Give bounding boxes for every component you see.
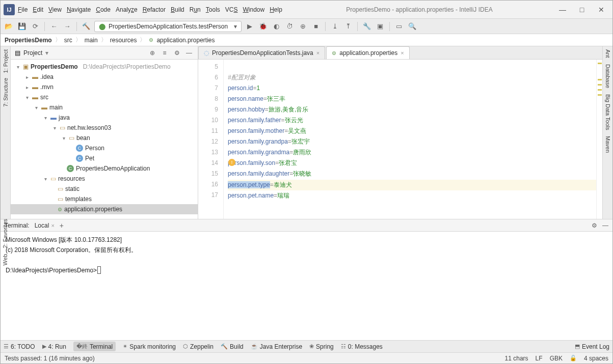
expand-toggle[interactable]: ▸ — [24, 85, 30, 90]
profile-icon[interactable]: ⏱ — [284, 21, 295, 32]
stop-icon[interactable]: ■ — [311, 21, 321, 32]
attach-icon[interactable]: ⊕ — [298, 21, 308, 32]
toolwin-web-button[interactable]: Web — [2, 254, 8, 265]
toolwin-spark-button[interactable]: ✴Spark monitoring — [123, 343, 176, 350]
code-content[interactable]: #配置对象person.id=1person.name=张三丰person.ho… — [224, 60, 596, 219]
breadcrumb-src[interactable]: src — [64, 37, 72, 44]
menu-view[interactable]: View — [48, 6, 62, 13]
menu-file[interactable]: File — [18, 6, 28, 13]
expand-toggle[interactable]: ▾ — [51, 125, 58, 131]
run-icon[interactable]: ▶ — [245, 21, 255, 32]
hide-icon[interactable]: — — [602, 222, 608, 229]
readonly-toggle-icon[interactable]: 🔓 — [570, 355, 577, 361]
settings-icon[interactable]: 🔧 — [362, 21, 372, 32]
new-terminal-tab-button[interactable]: + — [60, 221, 64, 230]
toolwin-run-button[interactable]: ▶4: Run — [42, 343, 66, 350]
project-structure-icon[interactable]: ▣ — [375, 21, 385, 32]
toolwin-todo-button[interactable]: ☰6: TODO — [4, 343, 35, 350]
forward-icon[interactable]: → — [62, 21, 72, 32]
breadcrumb-root[interactable]: PropertiesDemo — [5, 37, 52, 44]
tree-row-bean[interactable]: ▾ ▭ bean — [11, 133, 198, 143]
toolwin-ant-button[interactable]: Ant — [605, 49, 611, 58]
tree-row-java[interactable]: ▾ ▬ java — [11, 113, 198, 123]
tree-row-idea[interactable]: ▸ ▬ .idea — [11, 72, 198, 82]
tree-row-mvn[interactable]: ▸ ▬ .mvn — [11, 82, 198, 92]
tree-row-app-properties[interactable]: ⚙ application.properties — [11, 204, 198, 214]
open-icon[interactable]: 📂 — [4, 21, 14, 32]
debug-icon[interactable]: 🐞 — [258, 21, 268, 32]
menu-refactor[interactable]: Refactor — [143, 6, 166, 13]
back-icon[interactable]: ← — [49, 21, 59, 32]
tree-row-resources[interactable]: ▾ ▭ resources — [11, 174, 198, 184]
minimize-button[interactable]: — — [556, 6, 569, 14]
tree-row-templates[interactable]: ▭ templates — [11, 194, 198, 204]
menu-edit[interactable]: Edit — [33, 6, 43, 13]
expand-toggle[interactable]: ▾ — [33, 105, 39, 110]
maximize-button[interactable]: □ — [576, 6, 588, 14]
close-tab-icon[interactable]: × — [316, 50, 319, 56]
close-window-button[interactable]: ✕ — [595, 6, 607, 14]
toolwin-javaee-button[interactable]: ☕Java Enterprise — [251, 343, 302, 350]
hide-icon[interactable]: — — [184, 49, 194, 57]
vcs-commit-icon[interactable]: ⤒ — [343, 21, 353, 32]
expand-toggle[interactable]: ▾ — [42, 115, 48, 121]
menu-code[interactable]: Code — [96, 6, 111, 13]
tree-row-src[interactable]: ▾ ▬ src — [11, 92, 198, 102]
terminal-output[interactable]: Microsoft Windows [版本 10.0.17763.1282](c… — [1, 232, 612, 340]
toolwin-bigdata-button[interactable]: Big Data Tools — [605, 94, 611, 130]
tree-row-static[interactable]: ▭ static — [11, 184, 198, 194]
toolwin-messages-button[interactable]: ☷0: Messages — [341, 343, 383, 350]
toolwin-maven-button[interactable]: Maven — [605, 136, 611, 153]
expand-toggle[interactable]: ▾ — [24, 95, 30, 100]
menu-analyze[interactable]: Analyze — [116, 6, 138, 13]
status-indent[interactable]: 4 spaces — [584, 355, 608, 362]
expand-toggle[interactable]: ▾ — [42, 176, 48, 182]
intention-bulb-icon[interactable]: ! — [228, 159, 235, 166]
locate-icon[interactable]: ⊕ — [148, 49, 157, 57]
save-icon[interactable]: 💾 — [17, 21, 27, 32]
coverage-icon[interactable]: ◐ — [271, 21, 281, 32]
tree-row-main[interactable]: ▾ ▬ main — [11, 102, 198, 113]
tree-row-person[interactable]: C Person — [11, 143, 198, 153]
menu-navigate[interactable]: Navigate — [67, 6, 91, 13]
toolwin-zeppelin-button[interactable]: ⬡Zeppelin — [183, 343, 214, 350]
breadcrumb-resources[interactable]: resources — [110, 37, 137, 44]
tree-row-app-class[interactable]: C PropertiesDemoApplication — [11, 163, 198, 174]
editor-tab-properties[interactable]: ⚙ application.properties × — [326, 46, 410, 59]
toolwin-favorites-button[interactable]: 2: Favorites — [2, 219, 8, 248]
breadcrumb-main[interactable]: main — [85, 37, 98, 44]
search-everywhere-icon[interactable]: 🔍 — [407, 21, 417, 32]
expand-all-icon[interactable]: ≡ — [160, 49, 169, 57]
project-tree[interactable]: ▾ ▣ PropertiesDemo D:\IdeaProjects\Prope… — [11, 60, 198, 219]
vcs-update-icon[interactable]: ⤓ — [330, 21, 340, 32]
toolwin-build-button[interactable]: 🔨Build — [221, 343, 244, 350]
terminal-tab-local[interactable]: Local × — [35, 222, 55, 229]
toolwin-database-button[interactable]: Database — [605, 64, 611, 88]
menu-tools[interactable]: Tools — [206, 6, 220, 13]
expand-toggle[interactable]: ▾ — [15, 64, 21, 70]
gear-icon[interactable]: ⚙ — [172, 49, 181, 57]
menu-help[interactable]: Help — [270, 6, 282, 13]
error-stripe[interactable] — [596, 60, 602, 219]
breadcrumb-file[interactable]: application.properties — [156, 37, 215, 44]
status-encoding[interactable]: GBK — [550, 355, 563, 362]
toolwin-project-button[interactable]: 1: Project — [3, 49, 9, 73]
tree-row-project-root[interactable]: ▾ ▣ PropertiesDemo D:\IdeaProjects\Prope… — [11, 62, 198, 72]
expand-toggle[interactable]: ▸ — [24, 74, 30, 80]
menu-vcs[interactable]: VCS — [225, 6, 238, 13]
event-log-button[interactable]: ⬒Event Log — [575, 343, 609, 350]
dropdown-icon[interactable]: ▾ — [45, 49, 48, 57]
sdk-icon[interactable]: ▭ — [394, 21, 404, 32]
run-config-selector[interactable]: ⬤ PropertiesDemoApplicationTests.testPer… — [94, 21, 242, 32]
code-editor[interactable]: 567891011121314151617 #配置对象person.id=1pe… — [198, 60, 602, 219]
toolwin-structure-button[interactable]: 7: Structure — [3, 78, 9, 107]
gear-icon[interactable]: ⚙ — [592, 222, 597, 229]
toolwin-spring-button[interactable]: ❀Spring — [309, 343, 334, 350]
build-icon[interactable]: 🔨 — [81, 21, 91, 32]
project-view-title[interactable]: Project — [23, 49, 42, 57]
menu-window[interactable]: Window — [243, 6, 264, 13]
editor-tab-tests[interactable]: ◌ PropertiesDemoApplicationTests.java × — [198, 46, 325, 59]
close-tab-icon[interactable]: × — [401, 50, 404, 56]
expand-toggle[interactable]: ▾ — [61, 135, 67, 141]
tree-row-package[interactable]: ▾ ▭ net.hw.lesson03 — [11, 123, 198, 133]
